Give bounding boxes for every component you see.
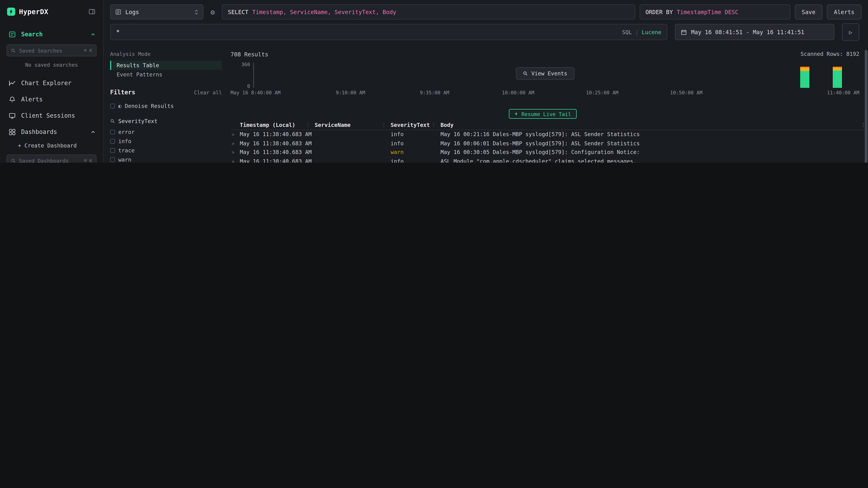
app-title: HyperDX [19, 8, 48, 16]
clear-all-filters-link[interactable]: Clear all [194, 90, 222, 95]
vertical-scrollbar[interactable] [865, 50, 867, 163]
denoise-label: Denoise Results [125, 103, 174, 109]
select-updown-icon [194, 9, 198, 15]
select-keyword: SELECT [228, 9, 248, 15]
severity-option-trace[interactable]: trace [110, 146, 222, 155]
save-button[interactable]: Save [795, 4, 823, 20]
source-settings-gear-icon[interactable]: ⚙ [208, 8, 218, 16]
col-header-body[interactable]: Body [440, 120, 866, 130]
resume-live-tail-button[interactable]: Resume Live Tail [509, 109, 577, 119]
denoise-checkbox[interactable] [110, 104, 115, 108]
column-menu-icon[interactable]: ⋮ [381, 120, 386, 130]
severity-option-info[interactable]: info [110, 137, 222, 146]
cell-timestamp: May 16 11:38:40.683 AM [240, 148, 315, 157]
cell-servicename [315, 139, 391, 148]
grid-icon [9, 128, 16, 135]
col-header-timestamp[interactable]: Timestamp (Local)⋮ [240, 120, 315, 130]
sidebar-item-label: Alerts [21, 96, 43, 103]
col-header-servicename[interactable]: ServiceName⋮ [315, 120, 391, 130]
column-menu-icon[interactable]: ⋮ [431, 120, 436, 130]
table-row[interactable]: > May 16 11:38:40.683 AM info ASL Module… [230, 157, 866, 163]
sidebar-item-label: Search [21, 31, 43, 38]
sidebar-item-search[interactable]: Search [0, 28, 103, 41]
table-row[interactable]: > May 16 11:38:40.683 AM info May 16 00:… [230, 139, 866, 148]
histogram-bar[interactable] [800, 66, 809, 88]
app-root: HyperDX Search Saved Searches ⌘ K No s [0, 0, 868, 163]
query-toolbar: Logs ⚙ SELECT Timestamp, ServiceName, Se… [110, 4, 862, 20]
x-axis-label: 10:50:00 AM [670, 90, 703, 95]
bell-icon [9, 96, 16, 103]
x-axis-label: 11:40:00 AM [827, 90, 859, 95]
select-clause-input[interactable]: SELECT Timestamp, ServiceName, SeverityT… [222, 4, 635, 20]
saved-searches-input[interactable]: Saved Searches ⌘ K [6, 44, 97, 56]
sidebar-item-chart-explorer[interactable]: Chart Explorer [0, 75, 103, 91]
order-by-value: TimestampTime DESC [677, 9, 738, 15]
order-by-input[interactable]: ORDER BY TimestampTime DESC [640, 4, 790, 20]
cell-body: ASL Module "com.apple.cdscheduler" claim… [440, 157, 866, 163]
x-axis-labels: May 16 8:40:00 AM9:10:00 AM9:35:00 AM10:… [230, 90, 859, 97]
checkbox[interactable] [110, 139, 115, 144]
alerts-button[interactable]: Alerts [827, 4, 862, 20]
column-menu-icon[interactable]: ⋮ [305, 120, 310, 130]
checkbox[interactable] [110, 130, 115, 134]
results-histogram[interactable]: 360 0 View Events [230, 60, 859, 90]
row-expand-chevron[interactable]: > [230, 157, 240, 163]
create-dashboard-button[interactable]: + Create Dashboard [0, 141, 103, 151]
table-header: Timestamp (Local)⋮ ServiceName⋮ Severity… [230, 120, 866, 130]
date-range-picker[interactable]: May 16 08:41:51 - May 16 11:41:51 [675, 24, 834, 40]
language-toggle-lucene[interactable]: Lucene [642, 29, 661, 35]
histogram-bar[interactable] [833, 66, 842, 88]
table-row[interactable]: > May 16 11:38:40.683 AM info May 16 00:… [230, 130, 866, 139]
cell-servicename [315, 130, 391, 139]
checkbox[interactable] [110, 157, 115, 162]
cell-body: May 16 00:30:05 Dales-MBP syslogd[579]: … [440, 148, 866, 157]
source-select[interactable]: Logs [110, 4, 204, 20]
denoise-results-toggle[interactable]: ◐ Denoise Results [110, 103, 222, 109]
cell-severity: info [391, 139, 440, 148]
col-header-severitytext[interactable]: SeverityText⋮ [391, 120, 440, 130]
severity-option-error[interactable]: error [110, 127, 222, 137]
search-query-value: * [116, 29, 120, 36]
language-toggle-sql[interactable]: SQL [622, 29, 632, 35]
search-query-input[interactable]: * SQL | Lucene [110, 24, 667, 40]
facet-label: SeverityText [118, 118, 222, 124]
sidebar-item-dashboards[interactable]: Dashboards [0, 124, 103, 140]
severity-facet-header[interactable]: SeverityText [110, 118, 222, 124]
cell-servicename [315, 148, 391, 157]
search-toolbar: * SQL | Lucene May 16 08:41:51 - May 16 … [110, 24, 859, 40]
row-expand-chevron[interactable]: > [230, 130, 240, 139]
mode-event-patterns[interactable]: Event Patterns [110, 70, 222, 79]
run-query-button[interactable]: ▷ [842, 23, 859, 41]
table-row[interactable]: > May 16 11:38:40.683 AM warn May 16 00:… [230, 148, 866, 157]
no-saved-searches-text: No saved searches [0, 62, 103, 68]
bar-segment-info [800, 71, 809, 88]
option-label: trace [118, 148, 134, 154]
row-expand-chevron[interactable]: > [230, 148, 240, 157]
x-axis-label: 10:25:00 AM [586, 90, 618, 95]
row-expand-chevron[interactable]: > [230, 139, 240, 148]
saved-searches-placeholder: Saved Searches [19, 47, 62, 54]
search-nav-icon [9, 31, 16, 38]
results-area: 708 Results Scanned Rows: 8192 360 0 Vie… [226, 49, 868, 163]
sidebar-item-label: Chart Explorer [21, 79, 71, 87]
saved-dashboards-input[interactable]: Saved Dashboards ⌘ K [6, 155, 97, 163]
analysis-mode-label: Analysis Mode [110, 51, 222, 57]
sidebar-item-alerts[interactable]: Alerts [0, 91, 103, 107]
date-range-value: May 16 08:41:51 - May 16 11:41:51 [691, 29, 804, 35]
play-icon: ▷ [849, 29, 852, 35]
severity-option-warn[interactable]: warn [110, 155, 222, 163]
mode-results-table[interactable]: Results Table [110, 61, 222, 70]
saved-dashboards-placeholder: Saved Dashboards [19, 158, 69, 163]
cell-severity: warn [391, 148, 440, 157]
cell-severity: info [391, 130, 440, 139]
sidebar-item-client-sessions[interactable]: Client Sessions [0, 107, 103, 124]
sidebar-collapse-icon[interactable] [88, 8, 95, 15]
denoise-icon: ◐ [118, 103, 122, 109]
option-label: info [118, 138, 131, 144]
view-events-button[interactable]: View Events [516, 67, 574, 80]
lightning-icon [515, 111, 518, 117]
checkbox[interactable] [110, 148, 115, 153]
filter-panel: Analysis Mode Results Table Event Patter… [110, 49, 222, 163]
cell-severity: info [391, 157, 440, 163]
content-area: Analysis Mode Results Table Event Patter… [104, 49, 868, 163]
